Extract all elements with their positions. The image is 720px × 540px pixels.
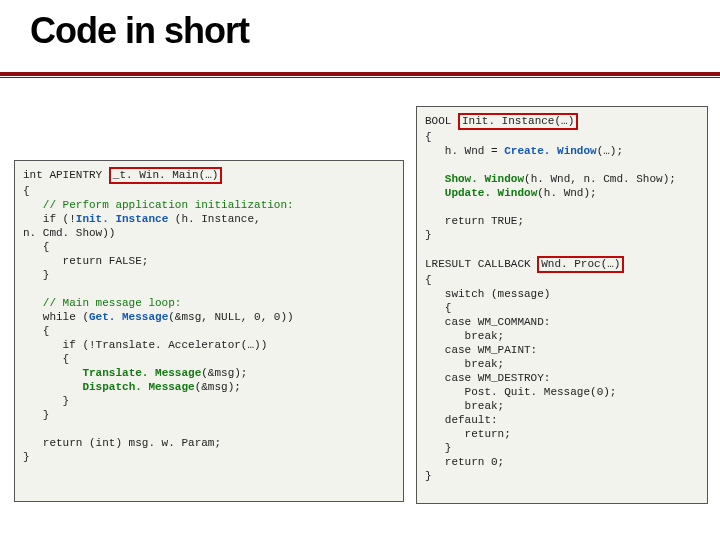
code-line: { (425, 302, 451, 314)
code-line: (&msg, NULL, 0, 0)) (168, 311, 293, 323)
code-line: case WM_PAINT: (425, 344, 537, 356)
code-line (23, 367, 82, 379)
code-line: return; (425, 428, 511, 440)
code-line: } (23, 269, 49, 281)
code-call: Init. Instance (76, 213, 168, 225)
code-line: { (23, 241, 49, 253)
code-line: Post. Quit. Message(0); (425, 386, 616, 398)
code-line: { (23, 185, 30, 197)
code-line: } (425, 470, 432, 482)
highlight-winmain: _t. Win. Main(…) (109, 167, 223, 184)
code-comment: // Perform application initialization: (23, 199, 294, 211)
slide-title: Code in short (30, 10, 249, 52)
code-line: if (!Translate. Accelerator(…)) (23, 339, 267, 351)
code-line (23, 381, 82, 393)
code-line: return TRUE; (425, 215, 524, 227)
code-call: Get. Message (89, 311, 168, 323)
code-call: Show. Window (445, 173, 524, 185)
code-comment: // Main message loop: (23, 297, 181, 309)
code-box-initinstance-wndproc: BOOL Init. Instance(…) { h. Wnd = Create… (416, 106, 708, 504)
code-line: { (425, 131, 432, 143)
code-line (425, 173, 445, 185)
code-line: while ( (23, 311, 89, 323)
code-line: case WM_DESTROY: (425, 372, 550, 384)
code-line: } (23, 409, 49, 421)
code-line (425, 187, 445, 199)
code-call: Update. Window (445, 187, 537, 199)
code-line: if (! (23, 213, 76, 225)
code-line: (&msg); (201, 367, 247, 379)
code-line: return (int) msg. w. Param; (23, 437, 221, 449)
code-line: BOOL (425, 115, 458, 127)
code-box-winmain: int APIENTRY _t. Win. Main(…) { // Perfo… (14, 160, 404, 502)
code-line: } (23, 451, 30, 463)
code-call: Create. Window (504, 145, 596, 157)
highlight-initinstance: Init. Instance(…) (458, 113, 578, 130)
code-line: } (425, 229, 432, 241)
code-line: { (23, 325, 49, 337)
code-line: return FALSE; (23, 255, 148, 267)
code-line: { (425, 274, 432, 286)
code-line: break; (425, 358, 504, 370)
code-line: (&msg); (195, 381, 241, 393)
code-line: default: (425, 414, 498, 426)
code-line: int APIENTRY (23, 169, 109, 181)
code-line: { (23, 353, 69, 365)
code-line: (h. Wnd, n. Cmd. Show); (524, 173, 676, 185)
code-line: LRESULT CALLBACK (425, 258, 537, 270)
code-line: break; (425, 400, 504, 412)
code-call: Translate. Message (82, 367, 201, 379)
highlight-wndproc: Wnd. Proc(…) (537, 256, 624, 273)
code-line: case WM_COMMAND: (425, 316, 550, 328)
code-line: (h. Wnd); (537, 187, 596, 199)
code-line: (h. Instance, (168, 213, 260, 225)
code-line: switch (message) (425, 288, 550, 300)
code-line: n. Cmd. Show)) (23, 227, 115, 239)
code-line: (…); (597, 145, 623, 157)
code-call: Dispatch. Message (82, 381, 194, 393)
slide: Code in short int APIENTRY _t. Win. Main… (0, 0, 720, 540)
code-line: } (23, 395, 69, 407)
code-line: return 0; (425, 456, 504, 468)
code-line: h. Wnd = (425, 145, 504, 157)
code-line: } (425, 442, 451, 454)
code-line: break; (425, 330, 504, 342)
title-rule (0, 72, 720, 78)
